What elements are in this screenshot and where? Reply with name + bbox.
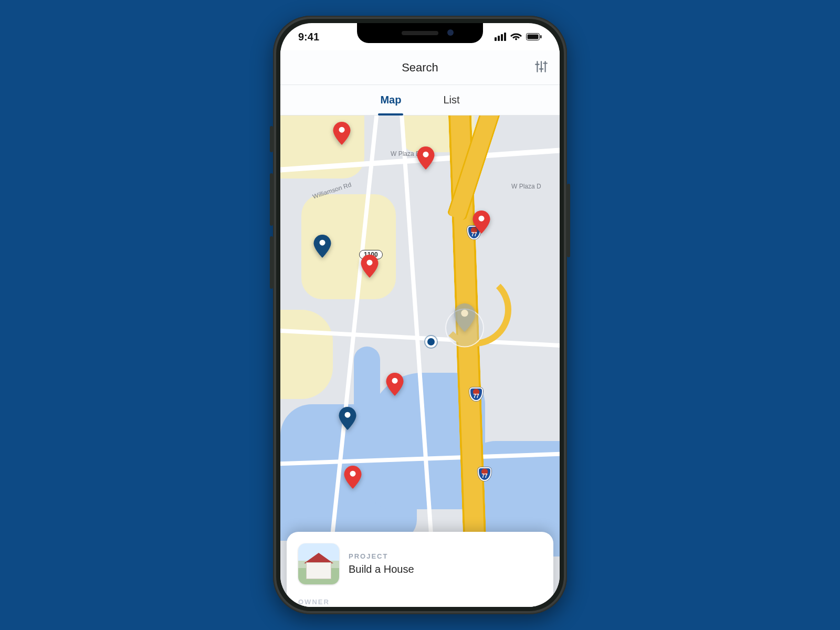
svg-rect-1 (528, 35, 539, 39)
status-time: 9:41 (298, 31, 319, 43)
map-pin-red[interactable] (417, 146, 435, 170)
svg-point-13 (367, 260, 373, 266)
svg-point-9 (339, 127, 345, 133)
map-pin-red[interactable] (472, 211, 490, 234)
svg-point-11 (479, 215, 485, 221)
page-title: Search (402, 61, 438, 75)
tab-list[interactable]: List (443, 85, 459, 115)
phone-screen: 9:41 Search (280, 23, 560, 607)
svg-point-10 (423, 152, 428, 158)
svg-point-17 (461, 310, 468, 317)
map-pin-navy[interactable] (313, 235, 331, 258)
front-camera (447, 29, 454, 36)
project-thumbnail (298, 543, 339, 584)
tab-map[interactable]: Map (380, 85, 401, 115)
view-tabs: Map List (280, 85, 560, 116)
svg-point-15 (344, 412, 350, 418)
road-label: W Plaza D (511, 183, 541, 190)
map-pin-grey[interactable] (453, 303, 476, 332)
map-water (354, 346, 380, 420)
map-pin-red[interactable] (344, 466, 362, 489)
card-title: Build a House (349, 563, 414, 575)
map-landmass (280, 310, 333, 399)
map-view[interactable]: W Plaza Dr W Plaza D Williamson Rd 1100 … (280, 116, 560, 607)
mute-switch (270, 126, 273, 152)
phone-notch (357, 23, 483, 43)
tab-list-label: List (443, 94, 459, 106)
svg-point-16 (350, 471, 356, 477)
map-pin-red[interactable] (333, 122, 351, 145)
sliders-icon (534, 60, 548, 74)
power-button (567, 184, 570, 257)
result-card[interactable]: PROJECT Build a House OWNER (287, 532, 553, 607)
svg-point-14 (392, 377, 398, 383)
phone-frame: 9:41 Search (273, 16, 567, 614)
user-location-dot (425, 336, 437, 348)
battery-icon (526, 33, 542, 40)
cellular-icon (495, 33, 506, 41)
map-pin-red[interactable] (386, 373, 404, 396)
wifi-icon (510, 33, 522, 41)
svg-point-12 (319, 240, 325, 246)
card-eyebrow: PROJECT (349, 552, 414, 560)
svg-rect-2 (540, 35, 542, 38)
filter-button[interactable] (534, 60, 548, 76)
speaker-grille (402, 31, 438, 35)
volume-down (270, 236, 273, 289)
volume-up (270, 173, 273, 226)
card-next-section: OWNER (298, 598, 542, 606)
map-pin-red[interactable] (361, 255, 379, 278)
map-pin-navy[interactable] (339, 407, 356, 430)
tab-map-label: Map (380, 94, 401, 106)
app-header: Search (280, 50, 560, 85)
